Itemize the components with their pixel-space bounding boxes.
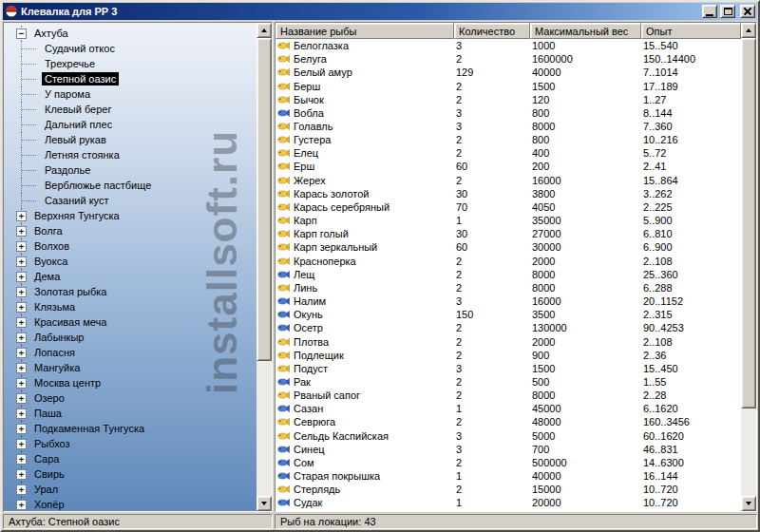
list-scrollbar[interactable] bbox=[741, 23, 756, 511]
tree-item[interactable]: Левый рукав bbox=[4, 132, 256, 147]
fish-row[interactable]: Голавль 3 8000 7..360 bbox=[276, 120, 741, 133]
tree-item[interactable]: + Озеро bbox=[4, 390, 256, 406]
tree-item[interactable]: + Волга bbox=[4, 223, 256, 238]
expand-toggle-icon[interactable]: + bbox=[16, 484, 27, 495]
expand-toggle-icon[interactable]: + bbox=[16, 454, 27, 465]
fish-row[interactable]: Ерш 60 200 2..41 bbox=[276, 160, 741, 173]
fish-row[interactable]: Налим 3 16000 20..1152 bbox=[276, 294, 741, 308]
expand-toggle-icon[interactable]: + bbox=[16, 424, 27, 434]
fish-row[interactable]: Бычок 2 120 1..27 bbox=[276, 93, 741, 106]
tree-scrollbar-thumb[interactable] bbox=[256, 38, 272, 361]
fish-row[interactable]: Белоглазка 3 1000 15..540 bbox=[276, 39, 741, 52]
expand-toggle-icon[interactable]: + bbox=[16, 317, 27, 328]
tree-item[interactable]: Судачий откос bbox=[4, 41, 256, 56]
fish-row[interactable]: Белый амур 129 40000 7..1014 bbox=[276, 66, 741, 79]
fish-row[interactable]: Берш 2 1500 17..189 bbox=[276, 79, 741, 92]
column-header[interactable]: Опыт bbox=[641, 23, 741, 39]
fish-row[interactable]: Плотва 2 2000 2..108 bbox=[276, 334, 741, 348]
fish-row[interactable]: Красноперка 2 2000 2..108 bbox=[276, 255, 741, 268]
scroll-down-button[interactable] bbox=[741, 496, 756, 511]
fish-row[interactable]: Карась серебряный 70 4050 2..225 bbox=[276, 200, 741, 214]
list-scrollbar-thumb[interactable] bbox=[741, 38, 756, 408]
tree-scrollbar[interactable] bbox=[256, 23, 272, 511]
fish-row[interactable]: Карп зеркальный 60 30000 6..900 bbox=[276, 240, 741, 254]
expand-toggle-icon[interactable]: + bbox=[16, 332, 27, 343]
expand-toggle-icon[interactable]: + bbox=[16, 241, 27, 252]
tree-item[interactable]: + Свирь bbox=[4, 466, 256, 482]
tree-item[interactable]: Трехречье bbox=[4, 56, 256, 71]
column-header[interactable]: Количество bbox=[454, 23, 530, 39]
tree-item[interactable]: + Золотая рыбка bbox=[4, 284, 256, 299]
tree-item[interactable]: Клевый берег bbox=[4, 102, 256, 117]
scroll-down-button[interactable] bbox=[256, 496, 272, 511]
tree-item[interactable]: Верблюжье пастбище bbox=[4, 178, 256, 193]
tree-item[interactable]: + Вуокса bbox=[4, 254, 256, 269]
column-header[interactable]: Максимальный вес bbox=[530, 23, 641, 39]
expand-toggle-icon[interactable]: + bbox=[16, 256, 27, 267]
fish-row[interactable]: Старая покрышка 1 40000 16..144 bbox=[276, 469, 741, 483]
expand-toggle-icon[interactable]: + bbox=[16, 363, 27, 373]
expand-toggle-icon[interactable]: + bbox=[16, 378, 27, 389]
scroll-up-button[interactable] bbox=[741, 23, 756, 38]
fish-row[interactable]: Жерех 2 16000 15..864 bbox=[276, 174, 741, 187]
tree-item[interactable]: Сазаний куст bbox=[4, 193, 256, 208]
expand-toggle-icon[interactable]: + bbox=[16, 272, 27, 282]
fish-row[interactable]: Линь 2 8000 6..288 bbox=[276, 281, 741, 294]
expand-toggle-icon[interactable]: + bbox=[16, 408, 27, 419]
tree-item[interactable]: + Волхов bbox=[4, 238, 256, 254]
tree-item[interactable]: + Верхняя Тунгуска bbox=[4, 208, 256, 223]
minimize-button[interactable] bbox=[702, 5, 717, 18]
fish-row[interactable]: Подуст 3 1500 15..450 bbox=[276, 362, 741, 375]
fish-row[interactable]: Белуга 2 1600000 150..14400 bbox=[276, 52, 741, 66]
expand-toggle-icon[interactable]: + bbox=[16, 439, 27, 449]
tree-item[interactable]: Летняя стоянка bbox=[4, 147, 256, 162]
fish-row[interactable]: Судак 1 20000 10..720 bbox=[276, 496, 741, 509]
fish-row[interactable]: Подлещик 2 900 2..36 bbox=[276, 349, 741, 362]
fish-row[interactable]: Севрюга 2 48000 160..3456 bbox=[276, 415, 741, 428]
fish-row[interactable]: Рваный сапог 2 8000 2..28 bbox=[276, 389, 741, 402]
tree-item[interactable]: + Хопёр bbox=[4, 497, 256, 511]
fish-row[interactable]: Сельдь Каспийская 3 5000 60..1620 bbox=[276, 429, 741, 443]
close-button[interactable] bbox=[740, 5, 755, 18]
expand-toggle-icon[interactable]: + bbox=[16, 393, 27, 404]
tree-item[interactable]: + Красивая меча bbox=[4, 314, 256, 330]
fish-row[interactable]: Густера 2 800 10..216 bbox=[276, 133, 741, 146]
tree-item[interactable]: Раздолье bbox=[4, 162, 256, 178]
tree-item[interactable]: + Москва центр bbox=[4, 375, 256, 390]
tree-item[interactable]: + Клязьма bbox=[4, 299, 256, 314]
tree-item[interactable]: + Сара bbox=[4, 451, 256, 466]
expand-toggle-icon[interactable]: + bbox=[16, 348, 27, 358]
fish-row[interactable]: Окунь 150 3500 2..315 bbox=[276, 308, 741, 321]
tree-item[interactable]: − Ахтуба bbox=[4, 26, 256, 41]
scroll-up-button[interactable] bbox=[256, 23, 272, 38]
fish-row[interactable]: Карп 1 35000 5..900 bbox=[276, 214, 741, 227]
fish-row[interactable]: Стерлядь 2 15000 10..720 bbox=[276, 483, 741, 496]
fish-row[interactable]: Карась золотой 30 3800 3..262 bbox=[276, 187, 741, 200]
tree-item[interactable]: + Рыбхоз bbox=[4, 436, 256, 451]
fish-row[interactable]: Синец 3 700 46..831 bbox=[276, 443, 741, 456]
fish-row[interactable]: Осетр 2 130000 90..4253 bbox=[276, 321, 741, 334]
tree-item[interactable]: + Дема bbox=[4, 269, 256, 284]
fish-row[interactable]: Вобла 3 800 8..144 bbox=[276, 106, 741, 120]
tree-item[interactable]: Степной оазис bbox=[4, 71, 256, 86]
expand-toggle-icon[interactable]: + bbox=[16, 226, 27, 237]
fish-row[interactable]: Сом 2 500000 14..6300 bbox=[276, 456, 741, 469]
expand-toggle-icon[interactable]: + bbox=[16, 302, 27, 313]
fish-row[interactable]: Сазан 1 45000 6..1620 bbox=[276, 402, 741, 415]
fish-row[interactable]: Рак 2 500 1..55 bbox=[276, 375, 741, 389]
tree-item[interactable]: + Паша bbox=[4, 406, 256, 421]
fish-row[interactable]: Карп голый 30 27000 6..810 bbox=[276, 227, 741, 240]
tree-item[interactable]: + Подкаменная Тунгуска bbox=[4, 421, 256, 436]
tree-item[interactable]: + Лабынкыр bbox=[4, 330, 256, 345]
expand-toggle-icon[interactable]: + bbox=[16, 211, 27, 221]
maximize-button[interactable] bbox=[720, 5, 735, 18]
expand-toggle-icon[interactable]: − bbox=[16, 28, 27, 39]
tree-item[interactable]: + Лопасня bbox=[4, 345, 256, 360]
tree-item[interactable]: Дальний плес bbox=[4, 117, 256, 132]
column-header[interactable]: Название рыбы bbox=[276, 23, 454, 39]
fish-row[interactable]: Лещ 2 8000 25..360 bbox=[276, 268, 741, 281]
expand-toggle-icon[interactable]: + bbox=[16, 287, 27, 297]
expand-toggle-icon[interactable]: + bbox=[16, 469, 27, 480]
fish-row[interactable]: Елец 2 400 5..72 bbox=[276, 146, 741, 160]
expand-toggle-icon[interactable]: + bbox=[16, 500, 27, 510]
